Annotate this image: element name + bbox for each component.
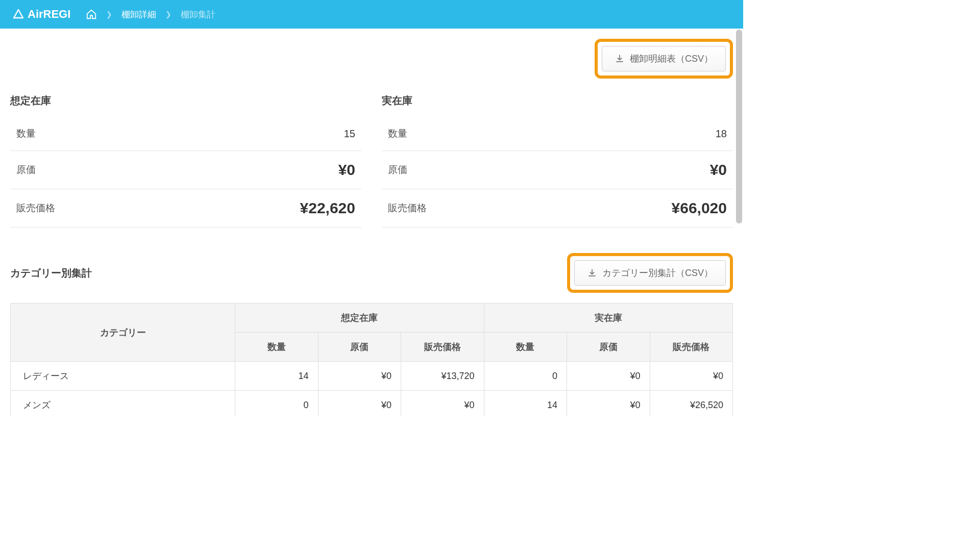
cell-a-qty: 14: [484, 391, 567, 417]
actual-cost-label: 原価: [388, 163, 407, 176]
actual-cost-row: 原価 ¥0: [382, 151, 733, 189]
main-content: 棚卸明細表（CSV） 想定在庫 数量 15 原価 ¥0 販売価格 ¥22,620…: [0, 29, 743, 416]
th-actual: 実在庫: [484, 304, 733, 333]
top-actions: 棚卸明細表（CSV）: [10, 39, 733, 79]
cell-category: レディース: [11, 362, 235, 391]
expected-title: 想定在庫: [10, 94, 361, 108]
actual-price-value: ¥66,020: [672, 199, 727, 217]
download-icon: [587, 268, 597, 278]
actual-qty-value: 18: [716, 128, 727, 140]
cell-e-cost: ¥0: [318, 362, 401, 391]
actual-price-label: 販売価格: [388, 201, 427, 215]
expected-qty-value: 15: [344, 128, 355, 140]
actual-title: 実在庫: [382, 94, 733, 108]
breadcrumb-detail[interactable]: 棚卸詳細: [121, 9, 156, 20]
th-category: カテゴリー: [11, 304, 235, 362]
breadcrumb: ❯ 棚卸詳細 ❯ 棚卸集計: [86, 9, 215, 20]
cell-e-qty: 0: [235, 391, 318, 417]
cell-e-price: ¥13,720: [401, 362, 484, 391]
highlight-detail-csv: 棚卸明細表（CSV）: [595, 39, 733, 79]
export-category-csv-label: カテゴリー別集計（CSV）: [602, 267, 713, 279]
summary-grid: 想定在庫 数量 15 原価 ¥0 販売価格 ¥22,620 実在庫 数量 18 …: [10, 94, 733, 228]
logo-icon: [12, 8, 24, 20]
category-table: カテゴリー 想定在庫 実在庫 数量 原価 販売価格 数量 原価 販売価格 レディ…: [10, 303, 733, 416]
cell-a-cost: ¥0: [567, 362, 650, 391]
th-expected: 想定在庫: [235, 304, 484, 333]
app-header: AirREGI ❯ 棚卸詳細 ❯ 棚卸集計: [0, 0, 743, 29]
th-e-price: 販売価格: [401, 333, 484, 362]
expected-price-label: 販売価格: [16, 201, 55, 215]
category-section-title: カテゴリー別集計: [10, 266, 92, 280]
th-a-price: 販売価格: [650, 333, 733, 362]
actual-qty-label: 数量: [388, 127, 407, 140]
export-detail-csv-button[interactable]: 棚卸明細表（CSV）: [602, 46, 726, 71]
actual-price-row: 販売価格 ¥66,020: [382, 189, 733, 228]
logo-text: AirREGI: [28, 8, 70, 21]
cell-category: メンズ: [11, 391, 235, 417]
actual-qty-row: 数量 18: [382, 117, 733, 151]
app-logo: AirREGI: [12, 8, 70, 21]
scrollbar[interactable]: [736, 30, 742, 223]
highlight-category-csv: カテゴリー別集計（CSV）: [567, 253, 733, 293]
chevron-right-icon: ❯: [165, 10, 172, 18]
download-icon: [615, 54, 625, 64]
th-a-cost: 原価: [567, 333, 650, 362]
chevron-right-icon: ❯: [106, 10, 112, 18]
cell-e-cost: ¥0: [318, 391, 401, 417]
breadcrumb-summary: 棚卸集計: [181, 9, 215, 20]
export-detail-csv-label: 棚卸明細表（CSV）: [630, 53, 713, 65]
th-e-cost: 原価: [318, 333, 401, 362]
scrollbar-thumb[interactable]: [736, 30, 742, 223]
cell-a-cost: ¥0: [567, 391, 650, 417]
export-category-csv-button[interactable]: カテゴリー別集計（CSV）: [574, 260, 726, 286]
expected-qty-label: 数量: [16, 127, 36, 140]
expected-qty-row: 数量 15: [10, 117, 361, 151]
home-icon[interactable]: [86, 9, 97, 20]
expected-stock-col: 想定在庫 数量 15 原価 ¥0 販売価格 ¥22,620: [10, 94, 361, 228]
expected-price-row: 販売価格 ¥22,620: [10, 189, 361, 228]
cell-e-price: ¥0: [401, 391, 484, 417]
expected-price-value: ¥22,620: [300, 199, 355, 217]
cell-a-price: ¥0: [650, 362, 733, 391]
cell-a-qty: 0: [484, 362, 567, 391]
th-e-qty: 数量: [235, 333, 318, 362]
expected-cost-value: ¥0: [338, 161, 355, 179]
expected-cost-row: 原価 ¥0: [10, 151, 361, 189]
actual-stock-col: 実在庫 数量 18 原価 ¥0 販売価格 ¥66,020: [382, 94, 733, 228]
cell-a-price: ¥26,520: [650, 391, 733, 417]
category-section-header: カテゴリー別集計 カテゴリー別集計（CSV）: [10, 253, 733, 293]
table-row: メンズ0¥0¥014¥0¥26,520: [11, 391, 733, 417]
th-a-qty: 数量: [484, 333, 567, 362]
table-row: レディース14¥0¥13,7200¥0¥0: [11, 362, 733, 391]
cell-e-qty: 14: [235, 362, 318, 391]
actual-cost-value: ¥0: [710, 161, 727, 179]
expected-cost-label: 原価: [16, 163, 36, 176]
